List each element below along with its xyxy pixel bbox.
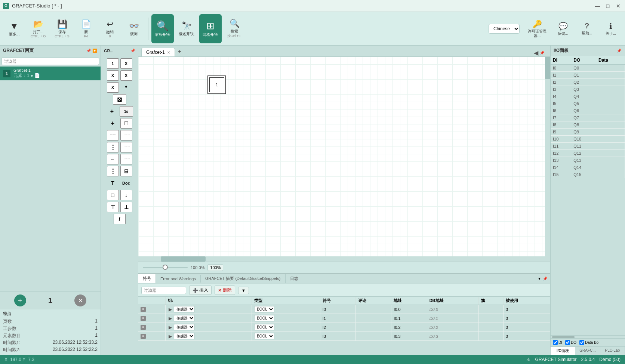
- canvas-tab-close[interactable]: ✕: [167, 50, 170, 55]
- grid-button[interactable]: ⊞ 网格开/关: [199, 14, 222, 43]
- zoom-box[interactable]: 100%: [207, 264, 223, 271]
- canvas-panel-arrow[interactable]: ◀: [534, 49, 538, 56]
- tool-xbox[interactable]: ⊠: [113, 94, 126, 105]
- tool-bot[interactable]: ⊥: [120, 202, 132, 212]
- do-checkbox[interactable]: [565, 340, 570, 345]
- symbols-delete-button[interactable]: ✕ 删除: [215, 286, 235, 295]
- undo-button[interactable]: ↩ 撤销 0: [99, 14, 121, 43]
- tool-text[interactable]: T: [107, 178, 119, 188]
- tool-vdot2[interactable]: ⋮: [107, 166, 119, 176]
- drag-handle[interactable]: ≡: [141, 307, 146, 312]
- group-select-3[interactable]: 传感器: [174, 324, 195, 330]
- tool-time[interactable]: 1s: [120, 106, 133, 117]
- tool-rect[interactable]: □: [107, 190, 119, 200]
- close-button[interactable]: ✕: [615, 2, 622, 10]
- save-button[interactable]: 💾 保存 CTRL + S: [51, 14, 73, 43]
- bottom-tab-grafcet-summary[interactable]: GRAFCET 摘要 (DefaultGrafcetSnippets): [201, 274, 286, 283]
- feedback-button[interactable]: 💬 反馈...: [552, 14, 574, 43]
- observe-button[interactable]: 👓 观测: [123, 14, 145, 43]
- row-handle[interactable]: ≡: [138, 323, 165, 332]
- tool-step[interactable]: 1: [107, 58, 119, 69]
- io-check-data[interactable]: Data Bo: [579, 340, 598, 345]
- add-page-button[interactable]: +: [14, 294, 26, 306]
- bottom-tab-log[interactable]: 日志: [286, 274, 303, 283]
- type-select-2[interactable]: BOOL: [254, 315, 274, 321]
- row-handle[interactable]: ≡: [138, 332, 165, 341]
- canvas-scrollbar-horizontal[interactable]: [138, 256, 545, 262]
- drag-handle[interactable]: ≡: [141, 334, 146, 339]
- tool-doc[interactable]: Doc: [120, 178, 132, 188]
- io-tab-io[interactable]: I/O面板: [551, 347, 575, 355]
- canvas-tab-grafcet1[interactable]: Grafcet-1 ✕: [141, 48, 175, 56]
- io-check-do[interactable]: DO: [565, 340, 576, 345]
- scroll-thumb-v[interactable]: [545, 57, 550, 79]
- more-button[interactable]: ▼ 更多...: [3, 14, 25, 43]
- canvas-area[interactable]: 1: [138, 57, 550, 262]
- canvas-scrollbar-vertical[interactable]: [545, 57, 550, 262]
- bottom-tab-symbols[interactable]: 符号: [138, 274, 156, 283]
- io-tab-plclab[interactable]: PLC-Lab: [600, 347, 625, 355]
- new-button[interactable]: 📄 新 F4: [75, 14, 97, 43]
- pages-collapse-button[interactable]: 🔽: [92, 48, 98, 54]
- di-checkbox[interactable]: [553, 340, 558, 345]
- delete-page-button[interactable]: ✕: [74, 294, 86, 306]
- expand-arrow-1[interactable]: ▶: [168, 307, 173, 312]
- tool-plus1[interactable]: +: [106, 106, 118, 117]
- canvas-panel-pin[interactable]: 📌: [540, 51, 544, 55]
- overview-button[interactable]: 🔭 概述开/关: [175, 14, 198, 43]
- io-scroll-thumb[interactable]: [552, 336, 575, 338]
- drag-handle[interactable]: ≡: [141, 316, 146, 321]
- tool-x4[interactable]: X: [107, 82, 119, 93]
- scroll-thumb-h[interactable]: [161, 256, 206, 262]
- tool-plus2[interactable]: +: [107, 118, 119, 129]
- tool-segblock[interactable]: ⊟: [120, 166, 132, 176]
- expand-arrow-4[interactable]: ▶: [168, 334, 173, 339]
- tool-dot3[interactable]: ⋯⋯: [120, 142, 132, 152]
- expand-arrow-2[interactable]: ▶: [168, 316, 173, 321]
- data-checkbox[interactable]: [579, 340, 584, 345]
- grafcet-item[interactable]: 1 Grafcet-1 元素：1 ● 📄: [0, 67, 101, 80]
- open-button[interactable]: 📂 打开... CTRL + O: [27, 14, 49, 43]
- tool-tee[interactable]: ⊤: [107, 202, 119, 212]
- tool-dot2[interactable]: ⋯⋯: [120, 130, 132, 141]
- help-button[interactable]: ? 帮助...: [576, 14, 598, 43]
- about-button[interactable]: ℹ 关于...: [600, 14, 622, 43]
- bottom-tab-errors[interactable]: Error and Warnings: [156, 275, 201, 283]
- zoom-slider[interactable]: [143, 267, 188, 268]
- tool-dot4[interactable]: ⋯⋯: [120, 154, 132, 164]
- type-select-1[interactable]: BOOL: [254, 306, 274, 312]
- add-tab-button[interactable]: +: [175, 47, 184, 56]
- tool-arrow[interactable]: ←: [107, 154, 119, 164]
- symbols-more-button[interactable]: ▼: [238, 287, 249, 294]
- group-select-4[interactable]: 传感器: [174, 333, 195, 339]
- zoom-button[interactable]: 🔍 缩放开/关: [151, 14, 174, 43]
- tool-x2[interactable]: X: [107, 70, 119, 81]
- tool-x1[interactable]: X: [120, 58, 132, 69]
- tool-i[interactable]: I: [114, 214, 126, 224]
- row-handle[interactable]: ≡: [138, 305, 165, 314]
- pages-pin-button[interactable]: 📌: [86, 48, 92, 54]
- drag-handle[interactable]: ≡: [141, 325, 146, 330]
- search-button[interactable]: 🔍 搜索 按Ctrl + F: [223, 14, 246, 43]
- group-select-1[interactable]: 传感器: [174, 306, 195, 312]
- maximize-button[interactable]: □: [604, 2, 612, 10]
- type-select-3[interactable]: BOOL: [254, 324, 274, 330]
- expand-arrow-3[interactable]: ▶: [168, 325, 173, 330]
- tool-x3[interactable]: X: [120, 70, 132, 81]
- io-panel-pin[interactable]: 📌: [616, 48, 622, 54]
- license-button[interactable]: 🔑 许可证管理器...: [524, 14, 550, 43]
- type-select-4[interactable]: BOOL: [254, 333, 274, 339]
- io-tab-grafc[interactable]: GRAFC...: [575, 347, 600, 355]
- language-selector[interactable]: Chinese English German French: [489, 24, 520, 34]
- io-check-di[interactable]: DI: [553, 340, 562, 345]
- bottom-panel-pin[interactable]: 📌: [543, 277, 547, 281]
- zoom-thumb[interactable]: [163, 265, 168, 270]
- symbols-insert-button[interactable]: ➕ 插入: [189, 286, 212, 295]
- grafcet-step-1[interactable]: 1: [207, 75, 226, 94]
- minimize-button[interactable]: —: [594, 2, 601, 10]
- tool-dot1[interactable]: ⋯⋯: [107, 130, 119, 141]
- tool-panel-pin[interactable]: 📌: [130, 49, 135, 53]
- tool-star[interactable]: *: [120, 82, 132, 93]
- language-select[interactable]: Chinese English German French: [489, 24, 520, 34]
- bottom-panel-arrow[interactable]: ▼: [538, 277, 541, 281]
